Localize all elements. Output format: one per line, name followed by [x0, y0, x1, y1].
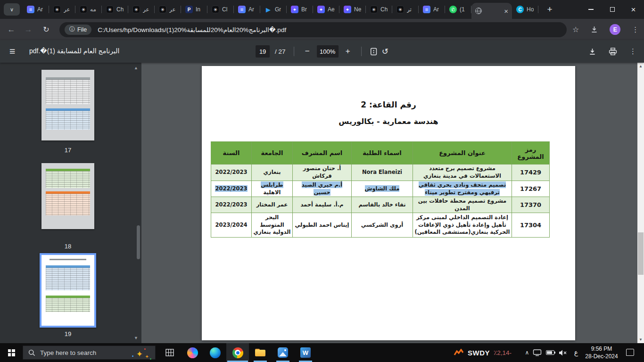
volume-muted-button[interactable] [558, 343, 567, 362]
file-explorer-button[interactable] [249, 343, 272, 362]
gpt-favicon-icon: ✳ [53, 6, 61, 13]
start-button[interactable] [0, 343, 23, 362]
main-scrollbar[interactable]: ▲ ▼ [637, 63, 644, 343]
tab-close-icon[interactable]: × [504, 8, 508, 15]
profile-avatar[interactable]: E [610, 24, 620, 35]
zoom-in-button[interactable]: + [343, 47, 353, 56]
download-icon[interactable] [590, 25, 598, 33]
search-icon [28, 349, 35, 356]
tab-search-button[interactable]: ∨ [4, 3, 20, 16]
bookmark-icon[interactable]: ☆ [572, 25, 579, 34]
browser-menu-icon[interactable]: ⋮ [632, 25, 639, 34]
tab[interactable]: ≡Ar [234, 0, 260, 19]
word-button[interactable]: W [294, 343, 317, 362]
pdf-page-controls: 19 / 27 − 100% + ↺ [256, 40, 388, 63]
clock-widget[interactable]: 9:56 PM 28-Dec-2024 [583, 343, 620, 362]
reload-icon[interactable]: ↻ [41, 25, 52, 34]
tab[interactable]: ✳مه [75, 0, 102, 19]
maximize-button[interactable] [602, 0, 623, 19]
copilot-button[interactable] [181, 343, 204, 362]
tab[interactable]: ✳Ch [366, 0, 392, 19]
thumbnail-page-number: 19 [41, 330, 94, 337]
table-row: 17304إعادة التصميم الداخلي لمبنى مركز تأ… [211, 213, 550, 238]
stock-chart-icon [454, 349, 464, 356]
sidebar-scrollbar-thumb[interactable] [137, 225, 140, 259]
thumbnail-page-number: 17 [41, 147, 94, 154]
tab[interactable]: ✳عر [49, 0, 75, 19]
pdf-more-icon[interactable]: ⋮ [629, 47, 636, 56]
minimize-button[interactable] [580, 0, 602, 19]
edge-button[interactable] [204, 343, 226, 362]
new-tab-button[interactable]: + [543, 3, 556, 16]
cast-button[interactable] [533, 343, 542, 362]
zoom-out-button[interactable]: − [302, 47, 313, 56]
pdf-title: البرنامج العام للمسابقة (1)�.pdf [29, 47, 119, 55]
column-header: الجامعة [252, 142, 293, 165]
tab[interactable]: ✳Cl [207, 0, 234, 19]
scroll-up-icon[interactable]: ▲ [637, 64, 644, 68]
tab[interactable]: ≡Ar [419, 0, 445, 19]
fit-page-icon[interactable] [370, 48, 378, 56]
file-scheme-chip[interactable]: ⓘ File [65, 25, 91, 35]
thumbnail-preview[interactable] [41, 70, 94, 140]
chrome-button[interactable] [226, 343, 249, 362]
tab-title: Ae [328, 6, 335, 13]
battery-icon[interactable] [546, 350, 554, 355]
scroll-down-icon[interactable]: ▼ [637, 337, 644, 342]
tab[interactable]: ✳عر [155, 0, 181, 19]
sparkle-small-icon: ✦ [145, 354, 149, 359]
thumbnail-page-17[interactable]: 17 [41, 70, 94, 154]
thumbnail-preview[interactable] [40, 253, 96, 328]
stock-symbol: SWDY [468, 349, 490, 357]
close-button[interactable]: × [623, 0, 644, 19]
address-input[interactable]: ⓘ File C:/Users/hp/Downloads/البرنامج%20… [59, 22, 567, 37]
tab[interactable]: ✦Br [287, 0, 313, 19]
language-indicator[interactable]: ع [571, 343, 581, 362]
tab[interactable]: PIn [181, 0, 207, 19]
page-total: / 27 [275, 48, 286, 55]
pdf-download-icon[interactable] [588, 48, 596, 56]
tab-active[interactable]: × [471, 3, 512, 19]
gpt-favicon-icon: ✳ [106, 6, 114, 13]
tab[interactable]: ✦Ae [313, 0, 339, 19]
windows-logo-icon [8, 349, 15, 356]
forward-icon[interactable]: → [23, 25, 34, 34]
print-icon[interactable] [609, 48, 617, 56]
tab[interactable]: CHo [512, 0, 538, 19]
sparkle-dot [144, 348, 146, 350]
file-explorer-icon [255, 349, 265, 356]
thumbnail-preview[interactable] [41, 163, 94, 229]
room-number-heading: رقم القاعة: 2 [202, 100, 575, 109]
tab[interactable]: ✳عر [128, 0, 155, 19]
task-view-icon [165, 349, 174, 356]
column-header: رمز المشروع [512, 142, 550, 165]
window-controls: × [580, 0, 644, 19]
divider [361, 47, 362, 56]
pdf-menu-icon[interactable]: ≡ [9, 46, 15, 57]
hidden-icons-chevron[interactable]: ∧ [521, 343, 533, 362]
sidebar-scroll-up-icon[interactable]: ▲ [134, 66, 138, 70]
tab[interactable]: ✆(1 [445, 0, 471, 19]
scrollbar-thumb[interactable] [638, 232, 644, 275]
cast-icon [533, 349, 542, 356]
zoom-level[interactable]: 100% [317, 45, 339, 58]
pdf-page: رقم القاعة: 2 هندسة معمارية - بكالوريس ر… [202, 66, 575, 340]
thumbnail-page-19[interactable]: 19 [41, 253, 94, 337]
thumbnail-page-18[interactable]: 18 [41, 163, 94, 250]
stock-widget[interactable]: SWDY ٪2,14- [454, 343, 512, 362]
back-icon[interactable]: ← [6, 25, 17, 34]
taskbar-search-input[interactable]: Type here to search ✦ ✦ [23, 346, 156, 360]
tab[interactable]: ✦Ne [339, 0, 366, 19]
action-center-icon[interactable] [626, 349, 634, 356]
page-number-input[interactable]: 19 [256, 45, 270, 58]
address-toolbar: ← → ↻ ⓘ File C:/Users/hp/Downloads/البرن… [0, 19, 644, 40]
task-view-button[interactable] [158, 343, 181, 362]
sidebar-scroll-down-icon[interactable]: ▼ [134, 336, 138, 340]
badge-favicon-icon: ✦ [344, 6, 351, 13]
tab[interactable]: ▶Gr [260, 0, 287, 19]
tab[interactable]: ✳Ch [102, 0, 128, 19]
tab[interactable]: ✳تر [392, 0, 419, 19]
photos-button[interactable] [272, 343, 294, 362]
rotate-icon[interactable]: ↺ [382, 47, 388, 57]
tab[interactable]: ≡Ar [23, 0, 49, 19]
